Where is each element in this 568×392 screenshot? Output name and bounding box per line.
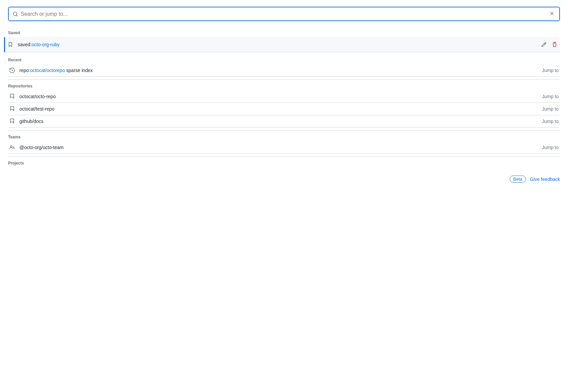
recent-section-label: Recent — [8, 55, 560, 64]
team-item-1-jump-to: Jump to — [542, 145, 559, 150]
bookmark-icon — [8, 42, 14, 47]
recent-item-text: repo:octocat/octorepo sparse index — [19, 68, 536, 73]
saved-section: Saved saved:octo-org-ruby — [8, 28, 560, 52]
repo-item-3[interactable]: github/docs Jump to — [8, 115, 560, 128]
close-icon — [549, 11, 555, 17]
repo-item-3-text: github/docs — [19, 119, 536, 124]
divider-2 — [8, 130, 560, 131]
divider-3 — [8, 156, 560, 157]
repositories-section-label: Repositories — [8, 81, 560, 90]
saved-item[interactable]: saved:octo-org-ruby — [4, 37, 560, 52]
clear-button[interactable] — [549, 10, 555, 18]
history-icon — [9, 68, 16, 73]
recent-jump-to: Jump to — [542, 68, 559, 73]
repo-icon — [9, 119, 16, 124]
recent-section: Recent repo:octocat/octorepo sparse inde… — [8, 55, 560, 77]
team-item-1-text: @octo-org/octo-team — [19, 145, 536, 150]
beta-badge: Beta — [510, 176, 526, 183]
give-feedback-link[interactable]: Give feedback — [530, 177, 560, 182]
team-item-1[interactable]: @octo-org/octo-team Jump to — [8, 141, 560, 154]
repo-item-2-text: octocat/test-repo — [19, 106, 536, 112]
repo-icon — [9, 106, 16, 112]
projects-section-label: Projects — [8, 158, 560, 168]
delete-saved-button[interactable] — [551, 41, 559, 49]
repo-item-3-jump-to: Jump to — [542, 119, 559, 124]
projects-section: Projects — [8, 158, 560, 168]
repo-item-1-jump-to: Jump to — [542, 94, 559, 99]
edit-saved-button[interactable] — [540, 41, 548, 49]
search-input-wrapper — [8, 7, 560, 21]
saved-section-label: Saved — [8, 28, 560, 37]
search-input[interactable] — [21, 11, 546, 17]
saved-item-text: saved:octo-org-ruby — [18, 42, 534, 47]
repo-item-2[interactable]: octocat/test-repo Jump to — [8, 103, 560, 115]
repo-item-1-text: octocat/octo-repo — [19, 94, 536, 99]
saved-item-actions — [540, 41, 559, 49]
repo-item-1[interactable]: octocat/octo-repo Jump to — [8, 90, 560, 103]
search-icon — [13, 11, 18, 17]
repo-item-2-jump-to: Jump to — [542, 106, 559, 112]
teams-section-label: Teams — [8, 132, 560, 141]
saved-item-link: octo-org-ruby — [32, 42, 59, 47]
repositories-section: Repositories octocat/octo-repo Jump to o… — [8, 81, 560, 128]
people-icon — [9, 145, 16, 150]
teams-section: Teams @octo-org/octo-team Jump to — [8, 132, 560, 154]
divider-1 — [8, 79, 560, 80]
recent-item-link: octocat/octorepo — [30, 68, 65, 73]
recent-item[interactable]: repo:octocat/octorepo sparse index Jump … — [8, 64, 560, 77]
repo-icon — [9, 94, 16, 99]
search-container — [8, 7, 560, 21]
footer: Beta Give feedback — [8, 170, 560, 183]
